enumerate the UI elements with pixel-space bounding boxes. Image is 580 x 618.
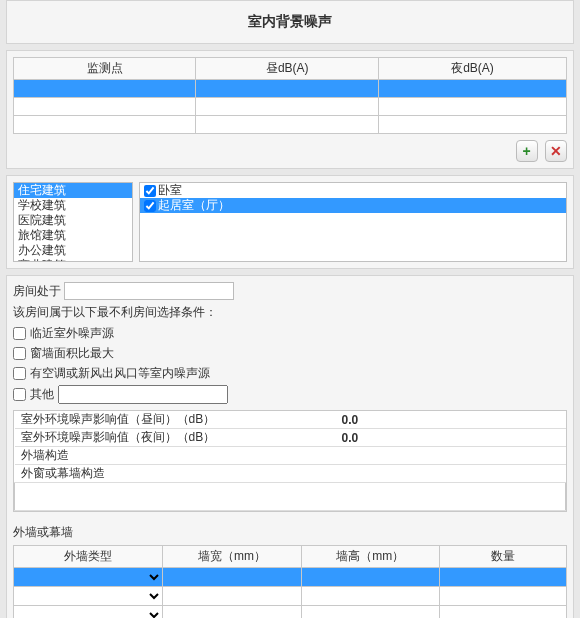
table-row[interactable] [14, 116, 567, 134]
table-row[interactable]: 室外环境噪声影响值（夜间）（dB） 0.0 [15, 429, 566, 447]
param-table: 室外环境噪声影响值（昼间）（dB） 0.0 室外环境噪声影响值（夜间）（dB） … [14, 411, 566, 511]
table-row[interactable]: 外墙构造 [15, 447, 566, 465]
near-noise-label: 临近室外噪声源 [30, 325, 114, 342]
x-icon: ✕ [550, 143, 562, 159]
wall-type-select[interactable] [14, 606, 162, 618]
wall-header-qty: 数量 [439, 546, 566, 568]
room-at-label: 房间处于 [13, 283, 61, 300]
other-input[interactable] [58, 385, 228, 404]
other-checkbox[interactable] [13, 388, 26, 401]
building-room-panel: 住宅建筑 学校建筑 医院建筑 旅馆建筑 办公建筑 商业建筑 卧室 起居室（厅） [6, 175, 574, 269]
room-checkbox[interactable] [144, 200, 156, 212]
near-noise-checkbox[interactable] [13, 327, 26, 340]
table-row[interactable] [14, 98, 567, 116]
list-item[interactable]: 办公建筑 [14, 243, 132, 258]
table-row[interactable]: 室外环境噪声影响值（昼间）（dB） 0.0 [15, 411, 566, 429]
room-detail-panel: 房间处于 该房间属于以下最不利房间选择条件： 临近室外噪声源 窗墙面积比最大 有… [6, 275, 574, 618]
monitor-table: 监测点 昼dB(A) 夜dB(A) [13, 57, 567, 134]
room-at-input[interactable] [64, 282, 234, 300]
wall-header-type: 外墙类型 [14, 546, 163, 568]
wall-header-width: 墙宽（mm） [163, 546, 301, 568]
table-row[interactable] [14, 606, 567, 619]
table-row[interactable] [14, 568, 567, 587]
list-item[interactable]: 医院建筑 [14, 213, 132, 228]
window-ratio-label: 窗墙面积比最大 [30, 345, 114, 362]
wall-type-select[interactable] [14, 587, 162, 605]
room-checkbox[interactable] [144, 185, 156, 197]
param-name: 外窗或幕墙构造 [15, 465, 336, 483]
room-type-list[interactable]: 卧室 起居室（厅） [139, 182, 567, 262]
param-value[interactable] [336, 447, 566, 465]
delete-button[interactable]: ✕ [545, 140, 567, 162]
list-item[interactable]: 学校建筑 [14, 198, 132, 213]
param-name: 室外环境噪声影响值（夜间）（dB） [15, 429, 336, 447]
param-name: 室外环境噪声影响值（昼间）（dB） [15, 411, 336, 429]
param-value[interactable]: 0.0 [336, 411, 566, 429]
wall-section-title: 外墙或幕墙 [13, 524, 567, 541]
table-row[interactable] [14, 80, 567, 98]
monitor-header-day: 昼dB(A) [196, 58, 378, 80]
list-item[interactable]: 起居室（厅） [140, 198, 566, 213]
condition-title: 该房间属于以下最不利房间选择条件： [13, 304, 567, 321]
param-value[interactable] [336, 465, 566, 483]
monitor-panel: 监测点 昼dB(A) 夜dB(A) + ✕ [6, 50, 574, 169]
monitor-header-point: 监测点 [14, 58, 196, 80]
table-row[interactable] [14, 587, 567, 606]
monitor-header-night: 夜dB(A) [378, 58, 566, 80]
list-item[interactable]: 卧室 [140, 183, 566, 198]
page-title: 室内背景噪声 [6, 0, 574, 44]
wall-table: 外墙类型 墙宽（mm） 墙高（mm） 数量 [13, 545, 567, 618]
wall-type-select[interactable] [14, 568, 162, 586]
param-name: 外墙构造 [15, 447, 336, 465]
hvac-noise-label: 有空调或新风出风口等室内噪声源 [30, 365, 210, 382]
list-item[interactable]: 住宅建筑 [14, 183, 132, 198]
window-ratio-checkbox[interactable] [13, 347, 26, 360]
wall-header-height: 墙高（mm） [301, 546, 439, 568]
other-label: 其他 [30, 386, 54, 403]
table-row[interactable]: 外窗或幕墙构造 [15, 465, 566, 483]
param-value[interactable]: 0.0 [336, 429, 566, 447]
building-type-list[interactable]: 住宅建筑 学校建筑 医院建筑 旅馆建筑 办公建筑 商业建筑 [13, 182, 133, 262]
hvac-noise-checkbox[interactable] [13, 367, 26, 380]
list-item[interactable]: 商业建筑 [14, 258, 132, 262]
add-button[interactable]: + [516, 140, 538, 162]
plus-icon: + [523, 143, 531, 159]
list-item[interactable]: 旅馆建筑 [14, 228, 132, 243]
